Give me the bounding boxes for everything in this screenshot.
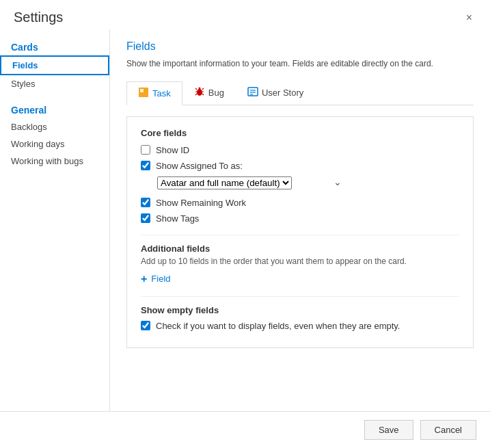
show-remaining-checkbox[interactable] [141, 198, 150, 207]
sidebar-item-fields[interactable]: Fields [0, 55, 109, 75]
show-tags-checkbox[interactable] [141, 213, 150, 223]
content-box: Core fields Show ID Show Assigned To as:… [126, 116, 474, 348]
sidebar: Cards Fields Styles General Backlogs Wor… [0, 29, 109, 411]
show-tags-row: Show Tags [141, 213, 459, 224]
dialog-title: Settings [14, 10, 63, 25]
assigned-dropdown[interactable]: Avatar and full name (default) Avatar on… [157, 176, 292, 189]
main-content: Fields Show the important information to… [109, 29, 490, 411]
tabs-bar: Task [126, 81, 474, 105]
show-id-checkbox[interactable] [141, 145, 150, 155]
tab-task[interactable]: Task [126, 81, 182, 105]
section-desc: Show the important information to your t… [126, 58, 474, 70]
show-empty-section: Show empty fields Check if you want to d… [141, 296, 459, 331]
add-field-label: Field [151, 274, 170, 284]
task-icon [138, 87, 149, 100]
settings-dialog: Settings × Cards Fields Styles General B… [0, 0, 490, 448]
assigned-dropdown-row: Avatar and full name (default) Avatar on… [157, 176, 459, 189]
dialog-footer: Save Cancel [0, 411, 490, 448]
sidebar-item-backlogs[interactable]: Backlogs [0, 118, 109, 135]
svg-line-9 [195, 94, 197, 95]
show-empty-row: Check if you want to display fields, eve… [141, 321, 459, 331]
show-assigned-label[interactable]: Show Assigned To as: [156, 161, 243, 171]
svg-point-2 [197, 89, 202, 96]
show-empty-label[interactable]: Check if you want to display fields, eve… [156, 321, 400, 331]
show-id-label[interactable]: Show ID [156, 145, 189, 155]
cancel-button[interactable]: Cancel [420, 420, 476, 440]
tab-bug[interactable]: Bug [182, 81, 236, 105]
show-empty-title: Show empty fields [141, 305, 459, 315]
svg-rect-1 [140, 89, 144, 92]
save-button[interactable]: Save [364, 420, 413, 440]
assigned-dropdown-wrapper: Avatar and full name (default) Avatar on… [157, 176, 349, 189]
show-id-row: Show ID [141, 145, 459, 155]
svg-line-4 [195, 88, 197, 90]
tab-user-story-label: User Story [262, 88, 303, 98]
tab-task-label: Task [152, 88, 171, 98]
additional-fields-section: Additional fields Add up to 10 fields in… [141, 235, 459, 285]
tab-bug-label: Bug [208, 88, 224, 98]
show-assigned-row: Show Assigned To as: [141, 161, 459, 171]
title-bar: Settings × [0, 0, 490, 29]
svg-line-5 [202, 88, 204, 90]
show-assigned-checkbox[interactable] [141, 161, 150, 170]
show-remaining-label[interactable]: Show Remaining Work [156, 198, 246, 208]
core-fields-title: Core fields [141, 128, 459, 138]
show-empty-checkbox[interactable] [141, 321, 150, 330]
sidebar-item-working-with-bugs[interactable]: Working with bugs [0, 153, 109, 170]
close-button[interactable]: × [462, 10, 476, 25]
additional-fields-title: Additional fields [141, 243, 459, 254]
bug-icon [194, 86, 205, 99]
show-remaining-row: Show Remaining Work [141, 198, 459, 208]
sidebar-section-general[interactable]: General [0, 99, 109, 118]
section-title: Fields [126, 40, 474, 53]
sidebar-item-working-days[interactable]: Working days [0, 135, 109, 153]
additional-fields-desc: Add up to 10 fields in the order that yo… [141, 256, 459, 266]
svg-line-10 [202, 94, 204, 95]
user-story-icon [247, 86, 258, 99]
show-tags-label[interactable]: Show Tags [156, 213, 199, 224]
dialog-body: Cards Fields Styles General Backlogs Wor… [0, 29, 490, 411]
plus-icon: + [141, 273, 147, 285]
tab-user-story[interactable]: User Story [236, 81, 315, 105]
add-field-button[interactable]: + Field [141, 273, 171, 285]
sidebar-item-styles[interactable]: Styles [0, 75, 109, 92]
svg-point-6 [198, 87, 200, 89]
sidebar-section-cards[interactable]: Cards [0, 36, 109, 55]
